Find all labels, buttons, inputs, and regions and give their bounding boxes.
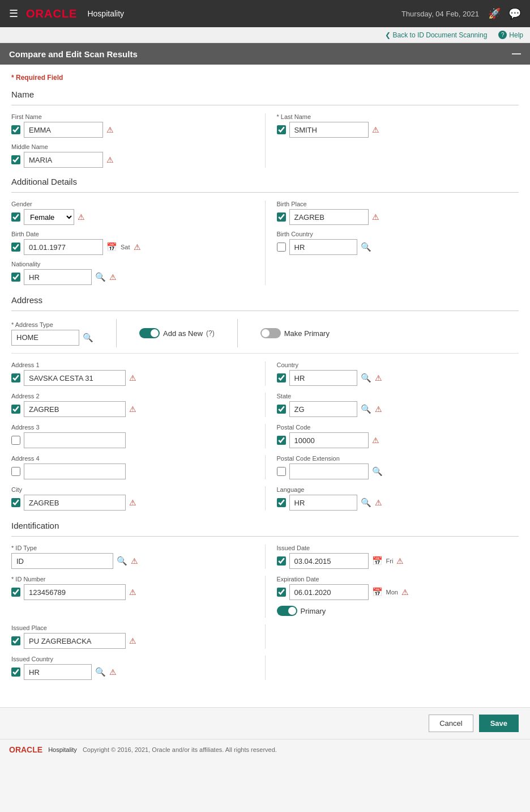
addr4-label: Address 4	[11, 455, 254, 462]
addr3-input[interactable]	[24, 432, 126, 448]
addr1-input[interactable]	[24, 370, 126, 386]
first-name-input[interactable]	[24, 122, 103, 138]
make-primary-label: Make Primary	[284, 329, 330, 338]
state-search-icon[interactable]: 🔍	[361, 404, 371, 414]
addr1-checkbox[interactable]	[11, 373, 20, 382]
issued-date-checkbox[interactable]	[277, 556, 286, 566]
chat-icon[interactable]: 💬	[508, 7, 521, 20]
country-checkbox[interactable]	[277, 373, 286, 382]
issued-date-label: Issued Date	[277, 545, 519, 551]
birth-country-input[interactable]	[289, 239, 357, 255]
middle-name-label: Middle Name	[11, 143, 254, 150]
rocket-icon[interactable]: 🚀	[488, 7, 501, 20]
nationality-checkbox[interactable]	[11, 273, 20, 282]
issued-country-search-icon[interactable]: 🔍	[95, 667, 106, 677]
nationality-warn-icon: ⚠	[109, 273, 117, 282]
state-checkbox[interactable]	[277, 405, 286, 414]
cancel-button[interactable]: Cancel	[429, 715, 473, 732]
primary-label: Primary	[301, 607, 326, 615]
address-type-search-icon[interactable]: 🔍	[83, 333, 93, 343]
address-type-label: * Address Type	[11, 321, 93, 328]
city-label: City	[11, 486, 254, 493]
birth-country-label: Birth Country	[277, 231, 519, 237]
issued-country-checkbox[interactable]	[11, 668, 20, 677]
minimize-icon[interactable]: —	[512, 49, 521, 59]
addr4-input[interactable]	[24, 464, 126, 479]
first-name-checkbox[interactable]	[11, 125, 20, 134]
nationality-search-icon[interactable]: 🔍	[95, 272, 106, 282]
gender-checkbox[interactable]	[11, 212, 20, 222]
language-checkbox[interactable]	[277, 498, 286, 507]
additional-section-title: Additional Details	[11, 177, 519, 186]
last-name-input[interactable]	[289, 122, 369, 138]
addr4-checkbox[interactable]	[11, 467, 20, 476]
expiration-date-label: Expiration Date	[277, 576, 519, 583]
middle-name-checkbox[interactable]	[11, 155, 20, 164]
postal-code-input[interactable]	[289, 432, 369, 448]
birth-country-search-icon[interactable]: 🔍	[361, 242, 371, 252]
issued-country-label: Issued Country	[11, 656, 254, 662]
issued-place-warn-icon: ⚠	[129, 636, 136, 645]
nationality-input[interactable]	[24, 269, 92, 285]
addr3-checkbox[interactable]	[11, 436, 20, 445]
city-input[interactable]	[24, 495, 126, 511]
country-input[interactable]	[289, 370, 357, 386]
postal-code-label: Postal Code	[277, 424, 519, 431]
addr2-warn-icon: ⚠	[129, 405, 136, 414]
gender-warn-icon: ⚠	[78, 212, 85, 222]
issued-place-checkbox[interactable]	[11, 636, 20, 645]
primary-toggle[interactable]: Primary	[277, 606, 326, 616]
save-button[interactable]: Save	[479, 715, 519, 732]
language-label: Language	[277, 486, 519, 493]
language-input[interactable]	[289, 495, 357, 511]
help-link[interactable]: ? Help	[498, 31, 523, 39]
postal-code-ext-search-icon[interactable]: 🔍	[372, 466, 383, 477]
id-number-checkbox[interactable]	[11, 588, 20, 597]
addr2-input[interactable]	[24, 401, 126, 417]
birth-date-calendar-icon[interactable]: 📅	[106, 242, 117, 252]
gender-select[interactable]: Female Male Unknown	[24, 209, 74, 225]
expiration-date-warn-icon: ⚠	[401, 588, 409, 597]
birth-place-input[interactable]	[289, 209, 369, 225]
id-number-input[interactable]	[24, 584, 126, 600]
add-as-new-toggle[interactable]: Add as New (?)	[139, 328, 215, 338]
address-controls: * Address Type 🔍 Add as New (?) Make Pri…	[11, 319, 519, 354]
birth-country-checkbox[interactable]	[277, 243, 286, 252]
postal-code-checkbox[interactable]	[277, 436, 286, 445]
issued-country-input[interactable]	[24, 664, 92, 680]
issued-date-input[interactable]	[289, 553, 369, 569]
last-name-checkbox[interactable]	[277, 125, 286, 134]
addr2-checkbox[interactable]	[11, 405, 20, 414]
country-search-icon[interactable]: 🔍	[361, 373, 371, 383]
birth-date-input[interactable]	[24, 239, 103, 255]
postal-code-ext-checkbox[interactable]	[277, 467, 286, 476]
postal-code-ext-input[interactable]	[289, 464, 369, 479]
footer-hospitality-label: Hospitality	[48, 746, 77, 753]
hamburger-menu[interactable]: ☰	[9, 7, 18, 20]
state-input[interactable]	[289, 401, 357, 417]
address-section-title: Address	[11, 295, 519, 305]
make-primary-toggle[interactable]: Make Primary	[260, 328, 330, 338]
middle-name-input[interactable]	[24, 152, 103, 168]
city-checkbox[interactable]	[11, 498, 20, 507]
address-type-input[interactable]	[11, 330, 79, 346]
page-footer: ORACLE Hospitality Copyright © 2016, 202…	[0, 739, 530, 760]
issued-date-calendar-icon[interactable]: 📅	[372, 556, 383, 566]
expiration-date-input[interactable]	[289, 584, 369, 600]
top-header: ☰ ORACLE Hospitality Thursday, 04 Feb, 2…	[0, 0, 530, 27]
id-type-search-icon[interactable]: 🔍	[117, 556, 127, 566]
expiration-date-checkbox[interactable]	[277, 588, 286, 597]
page-title: Compare and Edit Scan Results	[9, 49, 138, 59]
issued-date-warn-icon: ⚠	[396, 556, 404, 566]
expiration-date-day: Mon	[386, 589, 398, 596]
addr2-label: Address 2	[11, 393, 254, 399]
expiration-date-calendar-icon[interactable]: 📅	[372, 587, 383, 597]
id-type-input[interactable]	[11, 553, 113, 569]
birth-place-checkbox[interactable]	[277, 212, 286, 222]
identification-section-title: Identification	[11, 521, 519, 530]
issued-place-input[interactable]	[24, 633, 126, 649]
birth-date-checkbox[interactable]	[11, 243, 20, 252]
id-number-label: * ID Number	[11, 576, 254, 583]
language-search-icon[interactable]: 🔍	[361, 498, 371, 508]
back-to-id-scanning[interactable]: ❮ Back to ID Document Scanning	[385, 31, 488, 39]
